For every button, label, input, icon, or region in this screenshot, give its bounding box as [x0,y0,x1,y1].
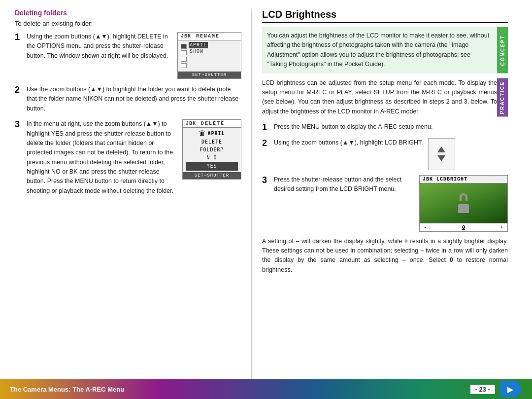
checkbox-3 [181,57,187,62]
step-2: 2 Use the zoom buttons (▲▼) to highlight… [15,85,241,113]
lock-icon [456,193,471,213]
delete-menu-body: 🗑 APRIL DELETE FOLDER? N O YES [183,128,241,172]
no-option: N O [186,154,238,162]
step-3-number: 3 [15,119,25,130]
delete-text-lines: DELETE FOLDER? N O YES [186,138,238,171]
lock-shackle [460,193,467,201]
right-step-2-text: Using the zoom buttons (▲▼), highlight L… [274,138,423,147]
minus-bold-2: – [420,247,424,254]
main-content: Deleting folders To delete an existing f… [0,0,532,379]
brightness-zero: 0 [462,224,466,230]
menu-item-show: SHOW [189,48,208,55]
right-column: LCD Brightness You can adjust the bright… [252,9,518,379]
intro-text: To delete an existing folder: [15,20,241,27]
plus-bold: + [404,238,408,245]
zero-bold: 0 [450,256,453,263]
right-step-3-text: Press the shutter-release button and the… [274,175,414,194]
minus-bold: – [296,238,299,245]
lcdbright-image [420,183,507,223]
arrow-up-icon [437,146,445,152]
right-step-3-number: 3 [262,175,272,186]
checkbox-1 [181,44,187,49]
step-1-number: 1 [15,32,25,43]
step-3-right: In the menu at right, use the zoom butto… [27,119,241,196]
menu-cmd-1: RENAME [196,34,220,39]
left-column: Deleting folders To delete an existing f… [0,9,251,379]
step-2-number: 2 [15,85,25,96]
right-step-1-text: Press the MENU button to display the A-R… [274,122,508,132]
trash-icon: 🗑 [199,129,205,137]
minus-bold-3: – [402,256,406,263]
body-text-2: A setting of – will darken the display s… [262,237,508,275]
delete-menu-header: JBK DELETE [183,120,241,128]
rename-menu-body: APRIL SHOW [178,40,241,72]
right-step-2-number: 2 [262,138,272,149]
delete-label: DELETE [186,138,238,146]
yes-option: YES [186,162,238,171]
checkbox-2 [181,50,187,55]
checkbox-4 [181,63,187,68]
delete-folder-row: 🗑 APRIL [186,129,238,137]
step-3-menu: JBK DELETE 🗑 APRIL DELETE FOLD [178,119,241,180]
nav-arrows [437,146,445,161]
next-page-arrow[interactable] [500,381,522,397]
right-step-1: 1 Press the MENU button to display the A… [262,122,508,133]
delete-cmd: DELETE [201,121,225,126]
menu-items-1: APRIL SHOW [189,42,208,55]
pocket-guide-italic: Pocket Guide [344,61,381,68]
folder-label: FOLDER? [186,146,238,154]
rename-menu-box: JBK RENAME [177,32,241,79]
highlight-box: You can adjust the brightness of the LCD… [262,27,497,73]
checkboxes [181,44,187,68]
step-1: 1 Using the zoom buttons (▲▼), highlight… [15,32,241,79]
delete-april: APRIL [207,131,225,136]
menu-item-april-1: APRIL [189,42,208,48]
step-2-text: Use the zoom buttons (▲▼) to highlight t… [27,85,241,113]
rename-menu-footer: SET→SHUTTER [178,72,241,78]
lcdbright-box: JBK LCDBRIGHT [419,175,508,232]
right-step-3-row: Press the shutter-release button and the… [274,175,508,232]
step-3: 3 In the menu at right, use the zoom but… [15,119,241,196]
lock-body [458,204,469,213]
lcdbright-header: JBK LCDBRIGHT [420,176,507,183]
step-1-layout: Using the zoom buttons (▲▼), highlight D… [27,32,241,79]
bottom-bar-right: - 23 - [470,381,522,397]
practice-label: PRACTICE [497,78,508,117]
lcdbright-footer: - 0 + [420,223,507,231]
right-step-3: 3 Press the shutter-release button and t… [262,175,508,232]
page-number: - 23 - [470,385,495,394]
brightness-minus: - [424,224,427,230]
menu-body-inner: APRIL SHOW [181,42,238,70]
section-title: Deleting folders [15,9,241,17]
page-container: Deleting folders To delete an existing f… [0,0,532,399]
lcdbright-cmd: LCDBRIGHT [436,177,467,182]
concept-label: CONCEPT [497,27,508,73]
right-title: LCD Brightness [262,9,508,23]
step-1-menu: JBK RENAME [173,32,241,79]
right-step-2-row: Using the zoom buttons (▲▼), highlight L… [274,138,455,170]
highlight-container: You can adjust the brightness of the LCD… [262,27,497,73]
right-step-1-number: 1 [262,122,272,133]
bottom-bar-left-text: The Camera Menus: The A-REC Menu [10,386,124,393]
bottom-bar: The Camera Menus: The A-REC Menu - 23 - [0,379,532,399]
rename-menu-header: JBK RENAME [178,33,241,40]
arrow-down-icon [437,155,445,161]
step-3-text: In the menu at right, use the zoom butto… [27,119,174,196]
delete-menu-box: JBK DELETE 🗑 APRIL DELETE FOLD [182,119,241,180]
brightness-plus: + [500,224,503,230]
lcdbright-container: JBK LCDBRIGHT [419,175,508,232]
body-text-1: LCD brightness can be adjusted from the … [262,78,497,117]
right-steps: 1 Press the MENU button to display the A… [262,122,508,232]
lcdbright-jbk: JBK [423,177,433,182]
menu-jbk-1: JBK [181,34,191,39]
right-step-2: 2 Using the zoom buttons (▲▼), highlight… [262,138,508,170]
step-1-text: Using the zoom buttons (▲▼), highlight D… [27,32,170,79]
delete-jbk: JBK [186,121,196,126]
camera-nav-image [428,138,455,170]
delete-menu-footer: SET→SHUTTER [183,172,241,179]
